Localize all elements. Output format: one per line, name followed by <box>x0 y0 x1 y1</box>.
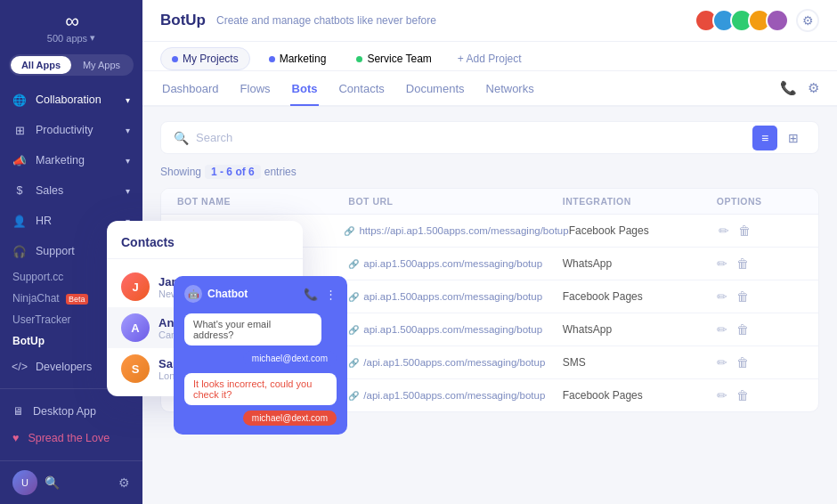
chat-message-2: It looks incorrect, could you check it? <box>184 373 337 405</box>
table-header: BOT NAME BOT URL INTEGRATION OPTIONS <box>161 189 818 215</box>
chat-bot-icon: 🤖 <box>184 285 202 303</box>
chat-message-1: What's your email address? <box>184 313 321 345</box>
sidebar-item-desktop-app[interactable]: 🖥 Desktop App <box>0 398 142 425</box>
logo-icon: ∞ <box>55 12 87 30</box>
tab-documents[interactable]: Documents <box>404 73 467 106</box>
showing-row: Showing 1 - 6 of 6 entries <box>160 165 819 179</box>
tab-flows[interactable]: Flows <box>239 73 272 106</box>
dot-icon <box>356 56 362 62</box>
link-icon: 🔗 <box>348 292 359 302</box>
project-tab-serviceteam[interactable]: Service Team <box>345 47 443 70</box>
sidebar-item-label: Collaboration <box>36 93 102 106</box>
list-view-button[interactable]: ≡ <box>752 126 777 150</box>
main-header: BotUp Create and manage chatbots like ne… <box>142 0 837 42</box>
search-icon[interactable]: 🔍 <box>45 476 60 490</box>
megaphone-icon: 📣 <box>12 153 27 167</box>
link-icon: 🔗 <box>348 325 359 335</box>
link-icon: 🔗 <box>344 226 354 236</box>
my-apps-tab[interactable]: My Apps <box>71 56 132 74</box>
edit-button[interactable]: ✏ <box>717 322 727 337</box>
contact-avatar: J <box>121 272 150 301</box>
avatar-5 <box>766 9 789 32</box>
delete-button[interactable]: 🗑 <box>736 322 749 337</box>
avatar-group <box>700 9 789 32</box>
delete-button[interactable]: 🗑 <box>738 224 751 238</box>
showing-label: Showing <box>160 166 201 178</box>
row-options: ✏ 🗑 <box>717 289 802 304</box>
row-options: ✏ 🗑 <box>717 322 802 337</box>
project-tabs: My Projects Marketing Service Team + Add… <box>142 42 837 71</box>
tab-dashboard[interactable]: Dashboard <box>160 73 221 106</box>
integration: WhatsApp <box>563 257 717 270</box>
row-options: ✏ 🗑 <box>717 388 802 402</box>
sidebar-item-collaboration[interactable]: 🌐 Collaboration ▾ <box>0 85 142 115</box>
globe-icon: 🌐 <box>12 93 27 107</box>
sidebar-item-marketing[interactable]: 📣 Marketing ▾ <box>0 145 142 175</box>
sidebar-item-productivity[interactable]: ⊞ Productivity ▾ <box>0 115 142 145</box>
col-options: OPTIONS <box>717 196 802 207</box>
chat-header-row: 🤖 Chatbot 📞 ⋮ <box>184 285 337 303</box>
app-title: BotUp <box>160 12 206 29</box>
row-options: ✏ 🗑 <box>717 256 802 271</box>
view-toggle: ≡ ⊞ <box>752 126 806 150</box>
chat-more-button[interactable]: ⋮ <box>325 288 337 301</box>
search-bar: 🔍 ≡ ⊞ <box>160 121 819 154</box>
edit-button[interactable]: ✏ <box>717 388 727 402</box>
app-count[interactable]: 500 apps ▾ <box>47 32 95 44</box>
sidebar-item-label: Productivity <box>36 124 93 136</box>
chevron-down-icon: ▾ <box>90 32 95 44</box>
apps-tabs: All Apps My Apps <box>9 54 134 76</box>
integration: WhatsApp <box>563 323 717 336</box>
edit-button[interactable]: ✏ <box>719 224 729 238</box>
edit-button[interactable]: ✏ <box>717 289 727 304</box>
row-options: ✏ 🗑 <box>719 224 802 238</box>
delete-button[interactable]: 🗑 <box>736 388 749 402</box>
contacts-popup-title: Contacts <box>107 235 303 259</box>
edit-button[interactable]: ✏ <box>717 355 727 370</box>
user-avatar[interactable]: U <box>12 470 37 495</box>
contact-avatar: S <box>121 354 150 383</box>
bot-url: 🔗 /api.ap1.500apps.com/messaging/botup <box>348 357 562 368</box>
chat-phone-button[interactable]: 📞 <box>304 288 318 301</box>
heart-icon: ♥ <box>12 432 19 444</box>
tab-bots[interactable]: Bots <box>290 73 320 106</box>
infinity-icon: ∞ <box>65 10 77 33</box>
delete-button[interactable]: 🗑 <box>736 289 749 304</box>
sidebar-item-spread-love[interactable]: ♥ Spread the Love <box>0 425 142 451</box>
phone-icon[interactable]: 📞 <box>780 71 797 105</box>
col-botname: BOT NAME <box>177 196 348 207</box>
col-integration: INTEGRATION <box>563 196 717 207</box>
chat-overlay[interactable]: 🤖 Chatbot 📞 ⋮ What's your email address?… <box>174 276 347 435</box>
add-project-button[interactable]: + Add Project <box>451 48 529 69</box>
code-icon: </> <box>12 360 27 374</box>
chat-email-badge-1: michael@dext.com <box>243 351 337 366</box>
all-apps-tab[interactable]: All Apps <box>11 56 71 74</box>
tab-networks[interactable]: Networks <box>484 73 536 106</box>
delete-button[interactable]: 🗑 <box>736 256 749 271</box>
row-options: ✏ 🗑 <box>717 355 802 370</box>
delete-button[interactable]: 🗑 <box>736 355 749 370</box>
sidebar-item-sales[interactable]: $ Sales ▾ <box>0 175 142 206</box>
integration: SMS <box>563 356 717 369</box>
search-input[interactable] <box>196 122 745 153</box>
chevron-icon: ▾ <box>126 186 130 196</box>
chevron-icon: ▾ <box>126 156 130 166</box>
grid-view-button[interactable]: ⊞ <box>781 126 806 150</box>
gear-tab-icon[interactable]: ⚙ <box>808 71 819 105</box>
integration: Facebook Pages <box>569 224 719 237</box>
tab-contacts[interactable]: Contacts <box>337 73 386 106</box>
bot-url: 🔗 https://api.ap1.500apps.com/messaging/… <box>344 225 568 236</box>
showing-range: 1 - 6 of 6 <box>205 165 261 179</box>
chevron-icon: ▾ <box>126 126 130 135</box>
header-settings-icon[interactable]: ⚙ <box>796 9 819 32</box>
bot-url: 🔗 /api.ap1.500apps.com/messaging/botup <box>348 390 562 401</box>
sidebar-footer: U 🔍 ⚙ <box>0 460 142 504</box>
project-tab-marketing[interactable]: Marketing <box>257 47 338 70</box>
integration: Facebook Pages <box>563 389 717 402</box>
edit-button[interactable]: ✏ <box>717 256 727 271</box>
search-icon: 🔍 <box>174 131 189 145</box>
settings-icon[interactable]: ⚙ <box>118 476 130 490</box>
link-icon: 🔗 <box>348 358 359 368</box>
project-tab-myprojects[interactable]: My Projects <box>160 47 250 70</box>
sidebar-bottom: 🖥 Desktop App ♥ Spread the Love <box>0 388 142 460</box>
